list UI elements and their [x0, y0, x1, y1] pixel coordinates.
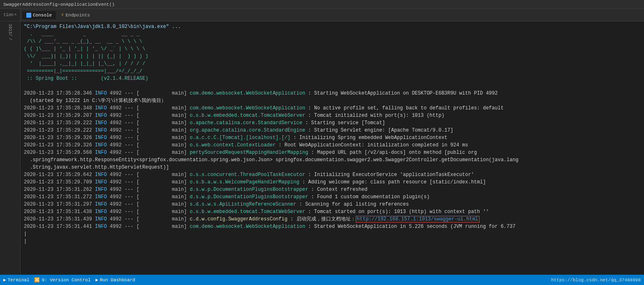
breadcrumb-method: onApplicationEvent(): [60, 2, 115, 7]
spring-version: :: Spring Boot :: (v2.1.4.RELEASE): [24, 75, 641, 82]
breadcrumb-file: SwaggerAddressConfig: [3, 2, 58, 7]
log-line: (started by 13222 in C:\学习\计算机技术\我的项目）: [24, 97, 641, 104]
swagger-url[interactable]: http://192.168.157.1:1013/swagger-ui.htm…: [356, 216, 480, 222]
log-line: 2020-11-23 17:35:31.297 INFO 4992 --- [ …: [24, 201, 641, 208]
tab-console-label: Console: [33, 13, 52, 18]
console-area[interactable]: "C:\Program Files\Java\jdk1.8.0_102\bin\…: [21, 21, 644, 275]
window-label: tion: [3, 13, 13, 17]
breadcrumb-sep1: ›: [58, 2, 60, 7]
log-line: 2020-11-23 17:35:29.326 INFO 4992 --- [ …: [24, 141, 641, 149]
ascii-art: . ____ _ __ _ _ /\\ / ___'_ __ _ _(_)_ _…: [24, 30, 641, 75]
close-icon[interactable]: ×: [14, 13, 17, 17]
console-icon: [26, 13, 31, 18]
endpoints-icon: ⚡: [61, 12, 64, 18]
log-line: 2020-11-23 17:35:29.222 INFO 4992 --- [ …: [24, 127, 641, 134]
ascii-line-5: ' |____| .__|_| |_|_| |_\__, | / / / /: [24, 60, 641, 67]
tab-bar: Console ⚡ Endpoints: [21, 9, 644, 21]
log-line: .String,javax.servlet.http.HttpServletRe…: [24, 164, 641, 171]
ascii-line-4: \\/ ___)| |_)| | | | | || (_| | ) ) ) ): [24, 53, 641, 60]
ascii-line-6: =========|_|==============|___/=/_/_/_/: [24, 67, 641, 75]
tab-endpoints-label: Endpoints: [65, 13, 90, 18]
terminal-label: Terminal: [8, 278, 30, 283]
cmd-line: "C:\Program Files\Java\jdk1.8.0_102\bin\…: [24, 23, 641, 30]
run-dashboard-label: Run Dashboard: [100, 278, 135, 283]
version-control-button[interactable]: 🔀 9: Version Control: [34, 277, 90, 283]
sidebar-port-label: 1013/: [8, 24, 12, 36]
log-line: 2020-11-23 17:35:31.262 INFO 4992 --- [ …: [24, 186, 641, 193]
log-container: 2020-11-23 17:35:28.346 INFO 4992 --- [ …: [24, 90, 641, 238]
run-dashboard-icon: ▶: [95, 277, 98, 283]
log-line: 2020-11-23 17:35:28.348 INFO 4992 --- [ …: [24, 104, 641, 112]
log-line: 2020-11-23 17:35:29.207 INFO 4992 --- [ …: [24, 112, 641, 119]
breadcrumb-bar: SwaggerAddressConfig › onApplicationEven…: [0, 0, 644, 9]
log-line: .springframework.http.ResponseEntity<spr…: [24, 156, 641, 164]
log-line: 2020-11-23 17:35:29.326 INFO 4992 --- [ …: [24, 134, 641, 141]
log-line: 2020-11-23 17:35:29.568 INFO 4992 --- [ …: [24, 149, 641, 156]
terminal-button[interactable]: ▶ Terminal: [3, 277, 29, 283]
log-line: 2020-11-23 17:35:28.346 INFO 4992 --- [ …: [24, 90, 641, 97]
cursor-line: |: [24, 238, 641, 245]
status-left: ▶ Terminal 🔀 9: Version Control ▶ Run Da…: [3, 277, 135, 283]
version-control-icon: 🔀: [34, 277, 40, 283]
log-line: 2020-11-23 17:35:29.642 INFO 4992 --- [ …: [24, 171, 641, 178]
run-dashboard-button[interactable]: ▶ Run Dashboard: [95, 277, 135, 283]
log-line: 2020-11-23 17:35:29.709 INFO 4992 --- [ …: [24, 178, 641, 186]
log-line: |: [24, 230, 641, 238]
log-line: 2020-11-23 17:35:31.441 INFO 4992 --- [ …: [24, 223, 641, 230]
left-sidebar: 1013/ /: [0, 21, 21, 275]
tab-console[interactable]: Console: [22, 11, 56, 19]
blog-url: https://blog.csdn.net/qq_37488998: [551, 278, 641, 283]
version-control-label: 9: Version Control: [42, 278, 90, 283]
ascii-line-3: ( ( )\___ | '_ | '_| | '_ \/ _` | \ \ \ …: [24, 45, 641, 53]
log-line: 2020-11-23 17:35:31.438 INFO 4992 --- [ …: [24, 208, 641, 215]
status-bar: ▶ Terminal 🔀 9: Version Control ▶ Run Da…: [0, 275, 644, 285]
tab-endpoints[interactable]: ⚡ Endpoints: [57, 10, 94, 20]
terminal-icon: ▶: [3, 277, 6, 283]
ascii-line-2: /\\ / ___'_ __ _ _(_)_ __ __ _ \ \ \ \: [24, 38, 641, 45]
log-line: 2020-11-23 17:35:31.439 INFO 4992 --- [ …: [24, 215, 641, 223]
log-line: 2020-11-23 17:35:29.222 INFO 4992 --- [ …: [24, 119, 641, 127]
log-line: 2020-11-23 17:35:31.272 INFO 4992 --- [ …: [24, 193, 641, 201]
ascii-line-1: . ____ _ __ _ _: [24, 30, 641, 38]
sidebar-slash-label: /: [8, 38, 12, 40]
